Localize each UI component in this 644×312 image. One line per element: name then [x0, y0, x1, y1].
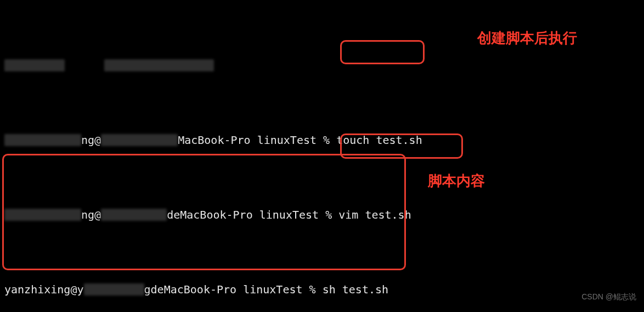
host-suffix: deMacBook-Pro — [167, 208, 253, 221]
cwd: linuxTest — [257, 133, 317, 147]
cwd: linuxTest — [259, 208, 319, 221]
watermark-text: CSDN @鲲志说 — [581, 292, 636, 302]
prompt-line-sh: yanzhixing@ygdeMacBook-Pro linuxTest % s… — [4, 280, 640, 299]
at-sign: @ — [70, 283, 77, 296]
username: yanzhixing — [4, 283, 70, 296]
terminal-window[interactable]: ng@MacBook-Pro linuxTest % touch test.sh… — [0, 0, 644, 312]
cwd: linuxTest — [243, 283, 302, 296]
command-text: touch test.sh — [336, 133, 422, 147]
prompt-symbol: % — [325, 208, 332, 221]
command-text: vim test.sh — [338, 208, 411, 221]
host-suffix: MacBook-Pro — [178, 133, 250, 147]
prompt-line-touch: ng@MacBook-Pro linuxTest % touch test.sh — [4, 131, 640, 149]
prompt-symbol: % — [323, 133, 330, 147]
host-fragment: ng — [81, 133, 94, 147]
command-text: sh test.sh — [323, 283, 388, 296]
at-sign: @ — [94, 133, 101, 147]
prompt-line-vim: ng@deMacBook-Pro linuxTest % vim test.sh — [4, 205, 640, 224]
host-suffix: gdeMacBook-Pro — [144, 283, 237, 296]
prompt-symbol: % — [309, 283, 316, 296]
terminal-line — [4, 56, 640, 75]
at-sign: @ — [94, 208, 101, 221]
host-fragment: ng — [81, 208, 94, 221]
